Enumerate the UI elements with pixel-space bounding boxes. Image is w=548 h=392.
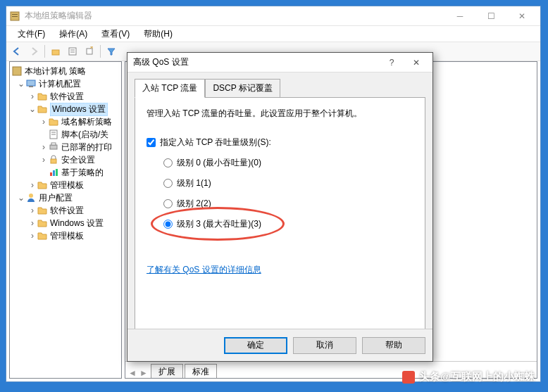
tree-panel: 本地计算机 策略 ⌄ 计算机配置 › 软件设置 ⌄ Windows 设置 › 域… (9, 61, 122, 379)
throughput-checkbox-label: 指定入站 TCP 吞吐量级别(S): (160, 137, 271, 148)
svg-rect-1 (12, 14, 18, 15)
user-icon (25, 192, 37, 203)
tree-software-settings-2[interactable]: › 软件设置 (10, 204, 121, 217)
folder-icon (37, 179, 48, 191)
radio-level-0-label: 级别 0 (最小吞吐量)(0) (177, 157, 261, 169)
chart-icon (48, 167, 59, 178)
tab-content: 管理入站 TCP 流量的吞吐量。此设置应用于整个计算机。 指定入站 TCP 吞吐… (135, 97, 425, 338)
ok-button[interactable]: 确定 (224, 337, 287, 354)
policy-icon (11, 65, 23, 77)
script-icon (48, 129, 59, 140)
svg-rect-19 (56, 169, 58, 176)
radio-level-3-label: 级别 3 (最大吞吐量)(3) (177, 218, 261, 230)
svg-rect-10 (29, 86, 33, 87)
svg-point-20 (29, 194, 33, 198)
computer-icon (25, 78, 37, 89)
qos-dialog: 高级 QoS 设置 ? ✕ 入站 TCP 流量 DSCP 标记覆盖 管理入站 T… (127, 52, 433, 362)
tree-admin-templates-2[interactable]: › 管理模板 (10, 229, 121, 242)
printer-icon (48, 141, 59, 153)
tab-dscp-override[interactable]: DSCP 标记覆盖 (205, 79, 280, 98)
tree-policy-based[interactable]: 基于策略的 (10, 166, 121, 179)
svg-rect-14 (50, 145, 57, 149)
app-icon (9, 11, 20, 22)
radio-level-2-row: 级别 2(2) (163, 198, 413, 210)
dialog-help-icon[interactable]: ? (385, 58, 399, 68)
menu-help[interactable]: 帮助(H) (138, 27, 178, 42)
menu-action[interactable]: 操作(A) (54, 27, 93, 42)
tree-computer-config[interactable]: ⌄ 计算机配置 (10, 77, 121, 90)
svg-rect-7 (87, 49, 92, 54)
tree-security-settings[interactable]: › 安全设置 (10, 153, 121, 166)
tab-standard[interactable]: 标准 (185, 364, 217, 378)
svg-rect-18 (53, 170, 55, 176)
folder-open-icon (37, 103, 48, 115)
window-title: 本地组策略编辑器 (25, 10, 444, 22)
svg-rect-3 (52, 50, 59, 55)
forward-icon[interactable] (26, 44, 42, 59)
radio-level-0[interactable] (163, 158, 173, 167)
chevron-right-icon: › (28, 180, 37, 190)
tree-root[interactable]: 本地计算机 策略 (10, 65, 121, 77)
svg-rect-15 (51, 143, 56, 145)
tree-windows-settings-2[interactable]: › Windows 设置 (10, 217, 121, 229)
svg-rect-4 (69, 48, 76, 55)
menu-view[interactable]: 查看(V) (96, 27, 135, 42)
lock-icon (48, 154, 59, 165)
radio-level-1[interactable] (163, 179, 173, 188)
tab-scroll-right-icon[interactable]: ► (138, 368, 149, 378)
tab-extended[interactable]: 扩展 (151, 364, 183, 378)
svg-rect-16 (51, 159, 56, 163)
close-button[interactable]: ✕ (506, 6, 537, 26)
minimize-button[interactable]: ─ (444, 6, 475, 26)
chevron-right-icon: › (28, 231, 37, 241)
menu-file[interactable]: 文件(F) (12, 27, 51, 42)
maximize-button[interactable]: ☐ (475, 6, 506, 26)
chevron-right-icon: › (28, 218, 37, 228)
tree-user-config[interactable]: ⌄ 用户配置 (10, 191, 121, 204)
window-controls: ─ ☐ ✕ (444, 6, 537, 26)
radio-level-2-label: 级别 2(2) (177, 198, 211, 210)
folder-icon (48, 116, 59, 127)
throughput-checkbox[interactable] (147, 138, 156, 147)
tree-deployed-printers[interactable]: › 已部署的打印 (10, 141, 121, 153)
chevron-down-icon: ⌄ (28, 104, 37, 114)
help-button[interactable]: 帮助 (362, 337, 425, 354)
tree-windows-settings[interactable]: ⌄ Windows 设置 (10, 103, 121, 115)
svg-rect-9 (27, 80, 35, 86)
filter-icon[interactable] (104, 44, 119, 59)
up-icon[interactable] (48, 44, 63, 59)
menubar: 文件(F) 操作(A) 查看(V) 帮助(H) (6, 26, 540, 42)
folder-icon (37, 217, 48, 229)
tree-scripts[interactable]: 脚本(启动/关 (10, 128, 121, 141)
watermark: 头条@互联网上的小蜘蛛 (402, 370, 535, 384)
dialog-title: 高级 QoS 设置 (133, 56, 385, 68)
svg-rect-17 (50, 172, 52, 176)
svg-rect-8 (13, 67, 21, 75)
radio-level-3[interactable] (163, 220, 173, 229)
list-icon[interactable] (65, 44, 80, 59)
chevron-right-icon: › (28, 91, 37, 101)
learn-more-link[interactable]: 了解有关 QoS 设置的详细信息 (147, 264, 261, 276)
description-text: 管理入站 TCP 流量的吞吐量。此设置应用于整个计算机。 (147, 108, 413, 120)
chevron-right-icon: › (28, 206, 37, 215)
radio-level-1-label: 级别 1(1) (177, 177, 211, 189)
chevron-right-icon: › (39, 155, 48, 165)
svg-rect-2 (12, 16, 18, 17)
cancel-button[interactable]: 取消 (293, 337, 356, 354)
folder-icon (37, 91, 48, 102)
tree-admin-templates[interactable]: › 管理模板 (10, 179, 121, 191)
dialog-footer: 确定 取消 帮助 (127, 329, 432, 361)
back-icon[interactable] (9, 44, 25, 59)
tree-dns-policy[interactable]: › 域名解析策略 (10, 115, 121, 128)
folder-icon (37, 230, 48, 241)
dialog-close-icon[interactable]: ✕ (406, 58, 427, 68)
export-icon[interactable] (82, 44, 97, 59)
tree-software-settings[interactable]: › 软件设置 (10, 90, 121, 103)
tab-scroll-left-icon[interactable]: ◄ (127, 368, 138, 378)
radio-level-0-row: 级别 0 (最小吞吐量)(0) (163, 157, 413, 169)
dialog-titlebar: 高级 QoS 设置 ? ✕ (127, 53, 432, 72)
chevron-right-icon: › (39, 142, 48, 152)
radio-level-2[interactable] (163, 199, 173, 208)
radio-group: 级别 0 (最小吞吐量)(0) 级别 1(1) 级别 2(2) 级别 3 (最大… (147, 157, 413, 230)
tab-inbound-tcp[interactable]: 入站 TCP 流量 (135, 79, 205, 98)
